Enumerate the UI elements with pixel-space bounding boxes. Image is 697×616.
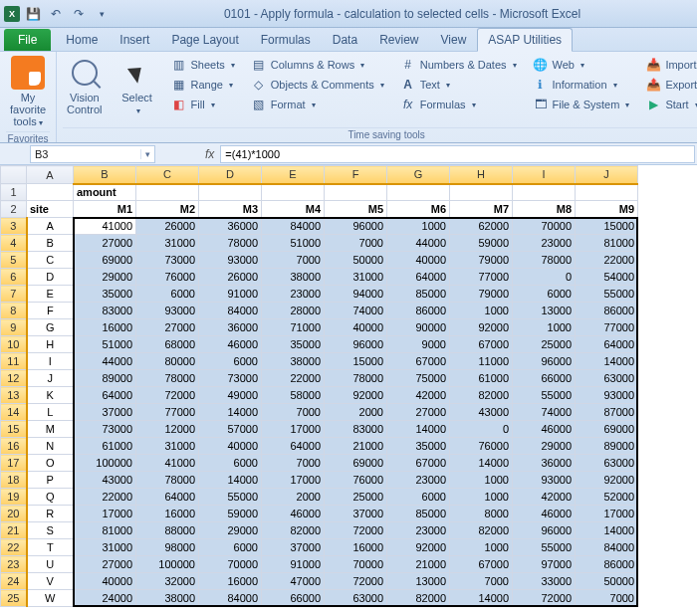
cell-B8[interactable]: 83000 (74, 303, 136, 319)
row-header-15[interactable]: 15 (1, 421, 27, 438)
cell-C23[interactable]: 100000 (136, 556, 199, 573)
cell-D9[interactable]: 36000 (199, 319, 262, 336)
cell-D13[interactable]: 49000 (199, 387, 262, 404)
tab-view[interactable]: View (430, 28, 478, 51)
cell-H22[interactable]: 1000 (450, 539, 513, 556)
cell-B13[interactable]: 64000 (74, 387, 136, 404)
import-button[interactable]: 📥Import▾ (642, 56, 697, 74)
tab-review[interactable]: Review (368, 28, 429, 51)
cell-G18[interactable]: 23000 (387, 472, 450, 489)
undo-icon[interactable]: ↶ (46, 4, 66, 24)
cell-F16[interactable]: 21000 (325, 438, 387, 455)
cell-H17[interactable]: 14000 (450, 455, 513, 472)
cell-header-M3[interactable]: M3 (199, 201, 262, 218)
cell-A3[interactable]: A (27, 218, 74, 235)
information-button[interactable]: ℹInformation▾ (530, 76, 633, 94)
cell-B19[interactable]: 22000 (74, 489, 136, 506)
cell-A5[interactable]: C (27, 252, 74, 269)
row-header-5[interactable]: 5 (1, 252, 27, 269)
cell-F20[interactable]: 37000 (325, 506, 387, 522)
row-header-12[interactable]: 12 (1, 370, 27, 387)
cell-header-M7[interactable]: M7 (450, 201, 513, 218)
cell-H10[interactable]: 67000 (450, 336, 513, 353)
col-header-H[interactable]: H (450, 166, 513, 184)
cell-B21[interactable]: 81000 (74, 522, 136, 539)
cell-J14[interactable]: 87000 (576, 404, 638, 421)
cell-E7[interactable]: 23000 (262, 286, 325, 303)
cell-J16[interactable]: 89000 (576, 438, 638, 455)
cell-G10[interactable]: 9000 (387, 336, 450, 353)
cell-E15[interactable]: 17000 (262, 421, 325, 438)
export-button[interactable]: 📤Export▾ (642, 76, 697, 94)
cell-header-M8[interactable]: M8 (513, 201, 576, 218)
cell-G14[interactable]: 27000 (387, 404, 450, 421)
cell-C17[interactable]: 41000 (136, 455, 199, 472)
cell-C6[interactable]: 76000 (136, 269, 199, 286)
cell-J12[interactable]: 63000 (576, 370, 638, 387)
row-header-3[interactable]: 3 (1, 218, 27, 235)
range-button[interactable]: ▦Range▾ (168, 76, 238, 94)
cell-A18[interactable]: P (27, 472, 74, 489)
cell-E20[interactable]: 46000 (262, 506, 325, 522)
cell-A6[interactable]: D (27, 269, 74, 286)
cell-I14[interactable]: 74000 (513, 404, 576, 421)
cell-E5[interactable]: 7000 (262, 252, 325, 269)
tab-home[interactable]: Home (55, 28, 109, 51)
formulas-button[interactable]: fxFormulas▾ (397, 96, 520, 113)
cell-F3[interactable]: 96000 (325, 218, 387, 235)
cell-J24[interactable]: 50000 (576, 573, 638, 590)
cell-J17[interactable]: 63000 (576, 455, 638, 472)
cell-F5[interactable]: 50000 (325, 252, 387, 269)
cell-F19[interactable]: 25000 (325, 489, 387, 506)
cell-I7[interactable]: 6000 (513, 286, 576, 303)
cell-C15[interactable]: 12000 (136, 421, 199, 438)
row-header-10[interactable]: 10 (1, 336, 27, 353)
col-header-F[interactable]: F (325, 166, 387, 184)
my-favorite-tools-button[interactable]: My favoritetools▾ (6, 54, 50, 131)
cell-C20[interactable]: 16000 (136, 506, 199, 522)
cell-B11[interactable]: 44000 (74, 353, 136, 370)
cell[interactable] (513, 184, 576, 201)
cell-F15[interactable]: 83000 (325, 421, 387, 438)
cell-H6[interactable]: 77000 (450, 269, 513, 286)
cell-D23[interactable]: 70000 (199, 556, 262, 573)
cell-D3[interactable]: 36000 (199, 218, 262, 235)
cell-E8[interactable]: 28000 (262, 303, 325, 319)
cell-A9[interactable]: G (27, 319, 74, 336)
cell-J7[interactable]: 55000 (576, 286, 638, 303)
objects-comments-button[interactable]: ◇Objects & Comments▾ (248, 76, 387, 94)
cell-B12[interactable]: 89000 (74, 370, 136, 387)
cell-I11[interactable]: 96000 (513, 353, 576, 370)
cell-A23[interactable]: U (27, 556, 74, 573)
row-header-9[interactable]: 9 (1, 319, 27, 336)
numbers-dates-button[interactable]: #Numbers & Dates▾ (397, 56, 520, 74)
col-header-J[interactable]: J (576, 166, 638, 184)
text-button[interactable]: AText▾ (397, 76, 520, 94)
row-header-20[interactable]: 20 (1, 506, 27, 522)
cell-E22[interactable]: 37000 (262, 539, 325, 556)
cell-D20[interactable]: 59000 (199, 506, 262, 522)
cell-F11[interactable]: 15000 (325, 353, 387, 370)
row-header-2[interactable]: 2 (1, 201, 27, 218)
tab-formulas[interactable]: Formulas (250, 28, 322, 51)
row-header-21[interactable]: 21 (1, 522, 27, 539)
cell-F22[interactable]: 16000 (325, 539, 387, 556)
cell-F18[interactable]: 76000 (325, 472, 387, 489)
row-header-17[interactable]: 17 (1, 455, 27, 472)
formula-bar[interactable] (220, 145, 695, 163)
row-header-25[interactable]: 25 (1, 590, 27, 607)
row-header-13[interactable]: 13 (1, 387, 27, 404)
cell-E12[interactable]: 22000 (262, 370, 325, 387)
cell-A12[interactable]: J (27, 370, 74, 387)
cell[interactable] (199, 184, 262, 201)
row-header-8[interactable]: 8 (1, 303, 27, 319)
cell-E14[interactable]: 7000 (262, 404, 325, 421)
cell-B6[interactable]: 29000 (74, 269, 136, 286)
cell-D21[interactable]: 29000 (199, 522, 262, 539)
cell-C5[interactable]: 73000 (136, 252, 199, 269)
cell-J8[interactable]: 86000 (576, 303, 638, 319)
cell-G3[interactable]: 1000 (387, 218, 450, 235)
cell-H19[interactable]: 1000 (450, 489, 513, 506)
cell-header-M6[interactable]: M6 (387, 201, 450, 218)
cell-E3[interactable]: 84000 (262, 218, 325, 235)
